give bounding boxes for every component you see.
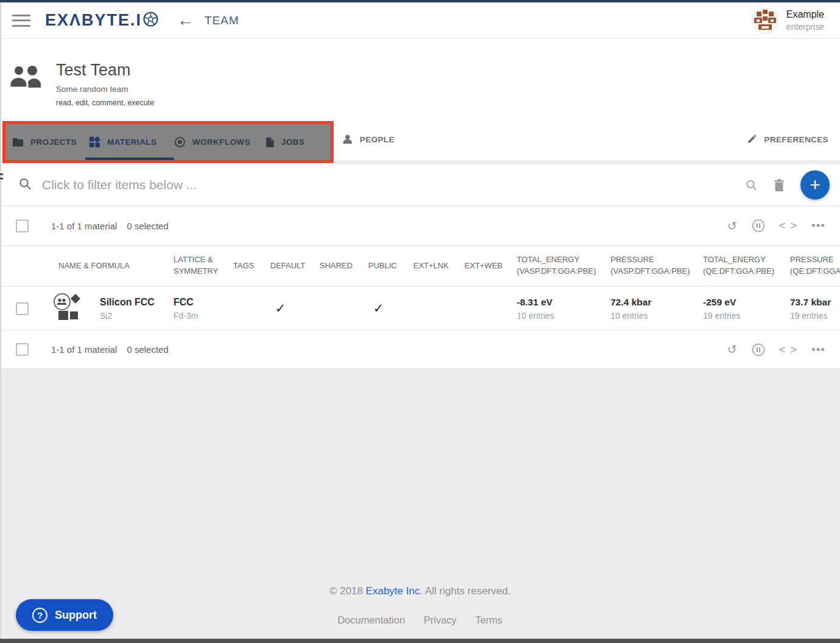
tab-preferences[interactable]: PREFERENCES bbox=[746, 119, 828, 160]
logo[interactable]: EXΛBYTE.I bbox=[45, 11, 159, 30]
document-icon bbox=[265, 137, 275, 148]
tab-materials[interactable]: MATERIALS bbox=[89, 124, 156, 160]
delete-button[interactable] bbox=[774, 179, 785, 192]
check-icon: ✓ bbox=[368, 301, 384, 315]
menu-icon[interactable] bbox=[12, 15, 30, 27]
materials-list: 1-1 of 1 material 0 selected ↺ < > ••• N… bbox=[0, 206, 840, 368]
tab-workflows[interactable]: WORKFLOWS bbox=[174, 124, 250, 160]
column-header-total-energy-vasp[interactable]: TOTAL_ENERGY(VASP.DFT:GGA:PBE) bbox=[517, 254, 611, 277]
user-menu[interactable]: Example enterprise bbox=[752, 8, 824, 33]
logo-ball-icon bbox=[142, 11, 159, 30]
refresh-icon[interactable]: ↺ bbox=[727, 219, 738, 233]
team-people-icon bbox=[9, 64, 43, 91]
person-icon bbox=[342, 134, 353, 145]
page-title: TEAM bbox=[205, 14, 239, 27]
column-header-extlnk[interactable]: EXT+LNK bbox=[413, 260, 464, 272]
window-top-strip bbox=[0, 0, 840, 2]
list-actions: ↺ < > ••• bbox=[727, 342, 825, 356]
app-header: EXΛBYTE.I ← TEAM bbox=[0, 2, 840, 39]
material-formula: Si2 bbox=[100, 311, 155, 321]
plus-icon: + bbox=[810, 176, 821, 194]
tab-projects[interactable]: PROJECTS bbox=[12, 124, 77, 160]
tab-materials-label: MATERIALS bbox=[107, 137, 156, 147]
item-count: 1-1 of 1 material bbox=[51, 344, 117, 355]
trash-icon bbox=[774, 179, 785, 192]
row-checkbox[interactable] bbox=[16, 302, 29, 315]
select-all-checkbox[interactable] bbox=[16, 343, 29, 356]
column-header-public[interactable]: PUBLIC bbox=[368, 260, 413, 272]
left-edge-artifact bbox=[0, 173, 3, 182]
help-icon: ? bbox=[32, 608, 47, 623]
row-pressure-qe-cell: 73.7 kbar 19 entries bbox=[790, 297, 840, 321]
select-all-checkbox[interactable] bbox=[16, 220, 29, 232]
active-tab-underline bbox=[85, 158, 174, 160]
footer-links: Documentation Privacy Terms bbox=[0, 614, 840, 626]
column-header-tags[interactable]: TAGS bbox=[233, 260, 270, 272]
more-icon[interactable]: ••• bbox=[811, 219, 825, 232]
user-plan: enterprise bbox=[786, 22, 824, 32]
search-button[interactable] bbox=[745, 179, 758, 192]
column-header-pressure-qe[interactable]: PRESSURE(QE:DFT:GGA:PBE) bbox=[790, 254, 840, 277]
add-material-button[interactable]: + bbox=[800, 170, 830, 200]
team-permissions: read, edit, comment, execute bbox=[56, 99, 154, 107]
column-header-pressure-vasp[interactable]: PRESSURE(VASP.DFT:GGA:PBE) bbox=[611, 254, 703, 277]
column-header-shared[interactable]: SHARED bbox=[320, 260, 368, 272]
pencil-icon bbox=[746, 134, 757, 145]
tab-projects-label: PROJECTS bbox=[30, 137, 77, 147]
tab-jobs[interactable]: JOBS bbox=[265, 124, 304, 160]
material-set-icon bbox=[54, 293, 83, 324]
row-name-cell[interactable]: Silicon FCC Si2 bbox=[39, 293, 173, 324]
filter-input[interactable] bbox=[42, 178, 745, 192]
row-lattice-cell: FCC Fd-3m bbox=[173, 297, 233, 321]
back-arrow-icon[interactable]: ← bbox=[177, 12, 194, 29]
material-name: Silicon FCC bbox=[100, 297, 155, 308]
window-left-edge bbox=[0, 2, 1, 639]
company-link[interactable]: Exabyte Inc bbox=[366, 585, 420, 597]
column-header-total-energy-qe[interactable]: TOTAL_ENERGY(QE:DFT:GGA:PBE) bbox=[703, 254, 790, 277]
avatar-identicon bbox=[753, 9, 777, 33]
list-toolbar-bottom: 1-1 of 1 material 0 selected ↺ < > ••• bbox=[0, 330, 840, 368]
row-checkbox-cell bbox=[0, 302, 39, 315]
check-icon: ✓ bbox=[270, 301, 286, 315]
more-icon[interactable]: ••• bbox=[811, 343, 825, 356]
support-label: Support bbox=[55, 609, 97, 622]
column-header-lattice[interactable]: LATTICE &SYMMETRY bbox=[173, 254, 233, 277]
selected-count: 0 selected bbox=[127, 344, 168, 355]
footer-link-terms[interactable]: Terms bbox=[475, 614, 503, 625]
user-name: Example bbox=[786, 9, 824, 20]
row-total-energy-vasp-cell: -8.31 eV 10 entries bbox=[517, 297, 611, 321]
row-pressure-vasp-cell: 72.4 kbar 10 entries bbox=[611, 297, 703, 321]
table-header-row: NAME & FORMULA LATTICE &SYMMETRY TAGS DE… bbox=[0, 245, 840, 286]
tab-workflows-label: WORKFLOWS bbox=[192, 137, 250, 147]
code-icon[interactable]: < > bbox=[779, 219, 797, 232]
refresh-icon[interactable]: ↺ bbox=[727, 342, 738, 356]
row-public-cell: ✓ bbox=[368, 301, 413, 316]
footer-link-privacy[interactable]: Privacy bbox=[424, 614, 457, 625]
search-icon bbox=[18, 177, 32, 193]
workflow-icon bbox=[174, 136, 186, 148]
pause-icon[interactable] bbox=[752, 343, 765, 356]
team-description: Some random team bbox=[56, 85, 128, 94]
footer-link-documentation[interactable]: Documentation bbox=[337, 614, 405, 625]
lattice-value: FCC bbox=[173, 297, 233, 308]
tab-preferences-label: PREFERENCES bbox=[764, 135, 828, 144]
search-icon bbox=[745, 179, 758, 192]
avatar bbox=[752, 8, 778, 33]
support-button[interactable]: ? Support bbox=[16, 599, 113, 631]
column-header-default[interactable]: DEFAULT bbox=[270, 260, 320, 272]
selected-count: 0 selected bbox=[127, 221, 168, 231]
copyright: © 2018 Exabyte Inc. All rights reserved. bbox=[0, 585, 840, 597]
row-default-cell: ✓ bbox=[270, 301, 320, 316]
tab-jobs-label: JOBS bbox=[281, 137, 304, 147]
list-toolbar-top: 1-1 of 1 material 0 selected ↺ < > ••• bbox=[0, 206, 840, 245]
list-actions: ↺ < > ••• bbox=[727, 219, 825, 233]
tab-people-label: PEOPLE bbox=[360, 135, 394, 144]
column-header-extweb[interactable]: EXT+WEB bbox=[464, 260, 517, 272]
table-row[interactable]: Silicon FCC Si2 FCC Fd-3m ✓ ✓ -8.31 eV 1… bbox=[0, 286, 840, 330]
pause-icon[interactable] bbox=[752, 219, 765, 232]
tab-people[interactable]: PEOPLE bbox=[342, 119, 394, 160]
code-icon[interactable]: < > bbox=[779, 343, 797, 356]
folder-icon bbox=[12, 137, 24, 147]
team-name: Test Team bbox=[56, 61, 131, 80]
column-header-name[interactable]: NAME & FORMULA bbox=[39, 260, 173, 272]
